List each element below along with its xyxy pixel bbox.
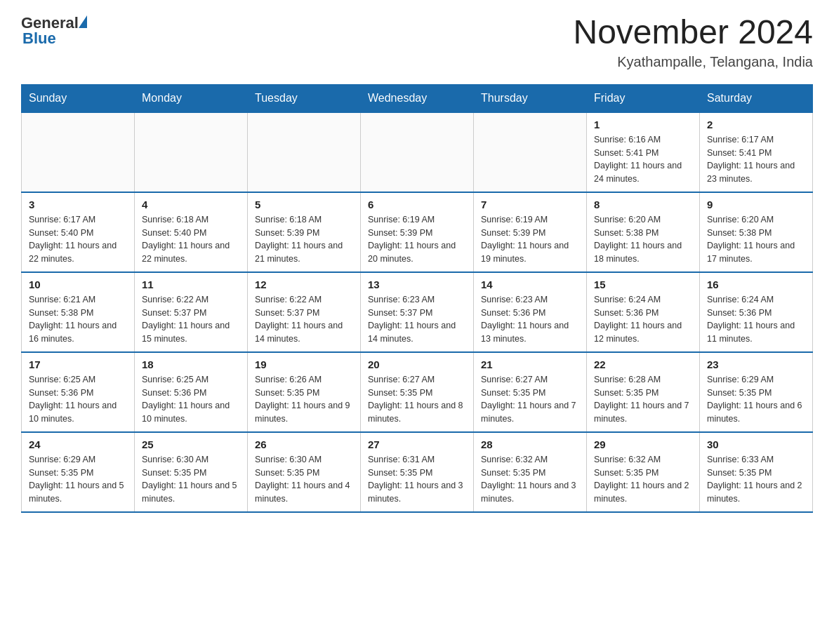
day-number: 30 — [707, 438, 805, 450]
day-info: Sunrise: 6:30 AM Sunset: 5:35 PM Dayligh… — [255, 453, 353, 506]
calendar-cell: 28Sunrise: 6:32 AM Sunset: 5:35 PM Dayli… — [474, 432, 587, 512]
day-number: 25 — [142, 438, 240, 450]
calendar-cell: 11Sunrise: 6:22 AM Sunset: 5:37 PM Dayli… — [135, 272, 248, 352]
day-info: Sunrise: 6:20 AM Sunset: 5:38 PM Dayligh… — [594, 213, 692, 266]
day-info: Sunrise: 6:27 AM Sunset: 5:35 PM Dayligh… — [481, 373, 579, 426]
day-info: Sunrise: 6:32 AM Sunset: 5:35 PM Dayligh… — [594, 453, 692, 506]
day-info: Sunrise: 6:27 AM Sunset: 5:35 PM Dayligh… — [368, 373, 466, 426]
calendar-header-wednesday: Wednesday — [361, 84, 474, 112]
day-info: Sunrise: 6:23 AM Sunset: 5:36 PM Dayligh… — [481, 293, 579, 346]
day-number: 3 — [29, 199, 127, 210]
calendar-header-row: SundayMondayTuesdayWednesdayThursdayFrid… — [22, 84, 813, 112]
title-block: November 2024 Kyathampalle, Telangana, I… — [573, 14, 813, 70]
calendar-header-friday: Friday — [587, 84, 700, 112]
day-number: 6 — [368, 199, 466, 210]
day-info: Sunrise: 6:33 AM Sunset: 5:35 PM Dayligh… — [707, 453, 805, 506]
calendar-cell: 19Sunrise: 6:26 AM Sunset: 5:35 PM Dayli… — [248, 352, 361, 432]
day-info: Sunrise: 6:29 AM Sunset: 5:35 PM Dayligh… — [707, 373, 805, 426]
day-info: Sunrise: 6:24 AM Sunset: 5:36 PM Dayligh… — [594, 293, 692, 346]
day-number: 12 — [255, 279, 353, 290]
day-number: 16 — [707, 279, 805, 290]
day-info: Sunrise: 6:18 AM Sunset: 5:39 PM Dayligh… — [255, 213, 353, 266]
calendar-cell — [248, 112, 361, 192]
day-info: Sunrise: 6:21 AM Sunset: 5:38 PM Dayligh… — [29, 293, 127, 346]
day-info: Sunrise: 6:22 AM Sunset: 5:37 PM Dayligh… — [255, 293, 353, 346]
day-number: 8 — [594, 199, 692, 210]
day-info: Sunrise: 6:25 AM Sunset: 5:36 PM Dayligh… — [142, 373, 240, 426]
day-info: Sunrise: 6:22 AM Sunset: 5:37 PM Dayligh… — [142, 293, 240, 346]
day-number: 10 — [29, 279, 127, 290]
calendar-header-tuesday: Tuesday — [248, 84, 361, 112]
day-number: 24 — [29, 438, 127, 450]
day-info: Sunrise: 6:17 AM Sunset: 5:41 PM Dayligh… — [707, 133, 805, 186]
day-info: Sunrise: 6:16 AM Sunset: 5:41 PM Dayligh… — [594, 133, 692, 186]
day-number: 17 — [29, 358, 127, 370]
calendar-cell: 17Sunrise: 6:25 AM Sunset: 5:36 PM Dayli… — [22, 352, 135, 432]
day-number: 28 — [481, 438, 579, 450]
calendar-cell — [22, 112, 135, 192]
day-number: 13 — [368, 279, 466, 290]
day-number: 1 — [594, 119, 692, 130]
calendar-cell: 4Sunrise: 6:18 AM Sunset: 5:40 PM Daylig… — [135, 192, 248, 272]
day-info: Sunrise: 6:28 AM Sunset: 5:35 PM Dayligh… — [594, 373, 692, 426]
day-number: 21 — [481, 358, 579, 370]
calendar-week-1: 3Sunrise: 6:17 AM Sunset: 5:40 PM Daylig… — [22, 192, 813, 272]
day-info: Sunrise: 6:18 AM Sunset: 5:40 PM Dayligh… — [142, 213, 240, 266]
day-number: 11 — [142, 279, 240, 290]
day-number: 4 — [142, 199, 240, 210]
calendar-header-monday: Monday — [135, 84, 248, 112]
calendar-cell: 3Sunrise: 6:17 AM Sunset: 5:40 PM Daylig… — [22, 192, 135, 272]
day-info: Sunrise: 6:19 AM Sunset: 5:39 PM Dayligh… — [481, 213, 579, 266]
calendar-cell: 25Sunrise: 6:30 AM Sunset: 5:35 PM Dayli… — [135, 432, 248, 512]
day-number: 29 — [594, 438, 692, 450]
calendar-cell: 23Sunrise: 6:29 AM Sunset: 5:35 PM Dayli… — [700, 352, 813, 432]
day-info: Sunrise: 6:31 AM Sunset: 5:35 PM Dayligh… — [368, 453, 466, 506]
day-info: Sunrise: 6:19 AM Sunset: 5:39 PM Dayligh… — [368, 213, 466, 266]
calendar-cell: 21Sunrise: 6:27 AM Sunset: 5:35 PM Dayli… — [474, 352, 587, 432]
calendar-cell: 14Sunrise: 6:23 AM Sunset: 5:36 PM Dayli… — [474, 272, 587, 352]
calendar-title: November 2024 — [573, 14, 813, 51]
calendar-cell: 6Sunrise: 6:19 AM Sunset: 5:39 PM Daylig… — [361, 192, 474, 272]
calendar-subtitle: Kyathampalle, Telangana, India — [573, 54, 813, 70]
day-number: 9 — [707, 199, 805, 210]
page-header: General Blue November 2024 Kyathampalle,… — [21, 14, 813, 70]
calendar-cell — [135, 112, 248, 192]
calendar-cell: 13Sunrise: 6:23 AM Sunset: 5:37 PM Dayli… — [361, 272, 474, 352]
calendar-cell — [474, 112, 587, 192]
day-info: Sunrise: 6:24 AM Sunset: 5:36 PM Dayligh… — [707, 293, 805, 346]
day-info: Sunrise: 6:29 AM Sunset: 5:35 PM Dayligh… — [29, 453, 127, 506]
day-number: 26 — [255, 438, 353, 450]
calendar-week-3: 17Sunrise: 6:25 AM Sunset: 5:36 PM Dayli… — [22, 352, 813, 432]
calendar-cell: 2Sunrise: 6:17 AM Sunset: 5:41 PM Daylig… — [700, 112, 813, 192]
day-number: 5 — [255, 199, 353, 210]
calendar-cell: 30Sunrise: 6:33 AM Sunset: 5:35 PM Dayli… — [700, 432, 813, 512]
day-number: 2 — [707, 119, 805, 130]
calendar-cell: 20Sunrise: 6:27 AM Sunset: 5:35 PM Dayli… — [361, 352, 474, 432]
day-number: 20 — [368, 358, 466, 370]
logo-triangle-icon — [79, 15, 87, 28]
day-info: Sunrise: 6:17 AM Sunset: 5:40 PM Dayligh… — [29, 213, 127, 266]
calendar-cell: 16Sunrise: 6:24 AM Sunset: 5:36 PM Dayli… — [700, 272, 813, 352]
logo: General Blue — [21, 14, 87, 48]
calendar-cell: 9Sunrise: 6:20 AM Sunset: 5:38 PM Daylig… — [700, 192, 813, 272]
calendar-week-0: 1Sunrise: 6:16 AM Sunset: 5:41 PM Daylig… — [22, 112, 813, 192]
calendar-cell: 24Sunrise: 6:29 AM Sunset: 5:35 PM Dayli… — [22, 432, 135, 512]
calendar-header-sunday: Sunday — [22, 84, 135, 112]
day-number: 23 — [707, 358, 805, 370]
day-number: 27 — [368, 438, 466, 450]
calendar-cell: 27Sunrise: 6:31 AM Sunset: 5:35 PM Dayli… — [361, 432, 474, 512]
calendar-header-saturday: Saturday — [700, 84, 813, 112]
calendar-cell: 26Sunrise: 6:30 AM Sunset: 5:35 PM Dayli… — [248, 432, 361, 512]
day-info: Sunrise: 6:26 AM Sunset: 5:35 PM Dayligh… — [255, 373, 353, 426]
day-number: 19 — [255, 358, 353, 370]
day-info: Sunrise: 6:23 AM Sunset: 5:37 PM Dayligh… — [368, 293, 466, 346]
calendar-week-2: 10Sunrise: 6:21 AM Sunset: 5:38 PM Dayli… — [22, 272, 813, 352]
calendar-cell: 18Sunrise: 6:25 AM Sunset: 5:36 PM Dayli… — [135, 352, 248, 432]
day-number: 7 — [481, 199, 579, 210]
calendar-cell: 15Sunrise: 6:24 AM Sunset: 5:36 PM Dayli… — [587, 272, 700, 352]
day-number: 14 — [481, 279, 579, 290]
day-info: Sunrise: 6:30 AM Sunset: 5:35 PM Dayligh… — [142, 453, 240, 506]
calendar-cell: 22Sunrise: 6:28 AM Sunset: 5:35 PM Dayli… — [587, 352, 700, 432]
calendar-cell: 5Sunrise: 6:18 AM Sunset: 5:39 PM Daylig… — [248, 192, 361, 272]
day-number: 18 — [142, 358, 240, 370]
